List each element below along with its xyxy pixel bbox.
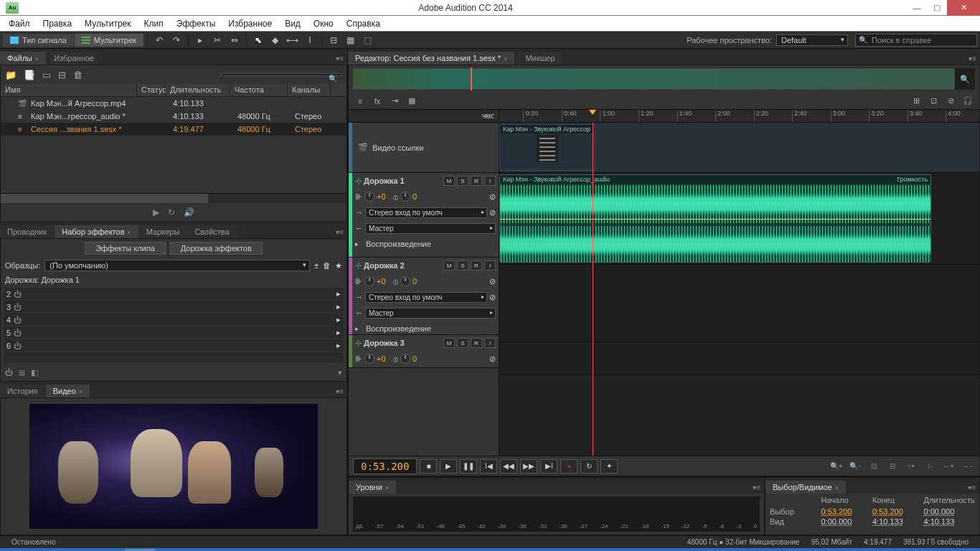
properties-tab[interactable]: Свойства: [187, 225, 236, 238]
mute-button[interactable]: M: [443, 260, 455, 270]
track-3-header[interactable]: ⊹Дорожка 3 MSRI ⊪+0 ⦶0⊘ →Стерео вход по …: [349, 335, 499, 368]
track-1-header[interactable]: ⊹Дорожка 1 M S R I ⊪+0 ⦶0 ⊘ →Стерео вход…: [349, 173, 499, 258]
volume-knob[interactable]: [364, 192, 374, 202]
tool-scrub-icon[interactable]: ⊟: [326, 33, 341, 47]
video-clip[interactable]: Кар Мэн - Звуковой Агрессор: [499, 124, 595, 171]
tool-time-icon[interactable]: I: [302, 33, 318, 47]
panel-menu-icon[interactable]: ▾≡: [332, 385, 347, 397]
zoom-out-t-icon[interactable]: ↔-: [960, 460, 974, 473]
sends-icon[interactable]: ⇥: [387, 95, 402, 108]
sel-dur[interactable]: 0:00.000: [924, 507, 976, 516]
menu-multitrack[interactable]: Мультитрек: [79, 17, 136, 30]
editor-tab[interactable]: Редактор: Сессия без названия 1.sesx *×: [348, 52, 514, 65]
panel-menu-icon[interactable]: ▾≡: [332, 226, 347, 238]
zoom-in-t-icon[interactable]: ↔+: [941, 460, 956, 473]
razor-tool-icon[interactable]: ✂: [209, 33, 225, 47]
view-waveform-tab[interactable]: Тип сигнала: [3, 34, 74, 47]
read-icon[interactable]: ⊘: [489, 354, 496, 364]
ruler-units[interactable]: чмс: [349, 110, 499, 122]
close-media-icon[interactable]: ⊟: [58, 70, 66, 80]
power-icon[interactable]: ⏻: [14, 342, 24, 350]
record-button[interactable]: R: [471, 260, 482, 270]
track-effects-button[interactable]: Дорожка эффектов: [170, 242, 263, 255]
solo-button[interactable]: S: [457, 338, 468, 348]
fx-input-icon[interactable]: ▾: [338, 368, 342, 377]
files-search-input[interactable]: [220, 73, 342, 76]
save-preset-icon[interactable]: ±: [314, 261, 319, 270]
expand-icon[interactable]: ▸: [355, 240, 364, 248]
tool-cut-icon[interactable]: ◆: [268, 33, 283, 47]
input-dropdown[interactable]: Стерео вход по умолч: [365, 292, 487, 303]
input-dropdown[interactable]: Стерео вход по умолч: [365, 207, 487, 218]
slip-tool-icon[interactable]: ⇔: [227, 33, 242, 47]
panel-menu-icon[interactable]: ▾≡: [332, 52, 347, 65]
panel-menu-icon[interactable]: ▾≡: [965, 52, 980, 65]
explorer-tab[interactable]: Проводник: [0, 225, 54, 238]
volume-knob[interactable]: [364, 354, 374, 364]
help-search-input[interactable]: Поиск в справке: [855, 34, 977, 47]
solo-button[interactable]: S: [457, 176, 468, 186]
menu-window[interactable]: Окно: [308, 17, 339, 30]
undo-icon[interactable]: ↶: [151, 33, 167, 47]
presets-dropdown[interactable]: (По умолчанию): [44, 260, 310, 271]
fx-toggle-icon[interactable]: ≡: [353, 95, 367, 108]
audio-clip[interactable]: Кар Мэн - Звуковой Агрессор_audioГромкос…: [499, 174, 931, 263]
loop-preview-icon[interactable]: ↻: [168, 207, 175, 217]
video-track-header[interactable]: 🎬 Видео ссылки: [349, 123, 499, 173]
fx-view-icon[interactable]: fx: [370, 95, 385, 108]
close-icon[interactable]: ×: [504, 55, 507, 62]
menu-view[interactable]: Вид: [279, 17, 306, 30]
go-end-button[interactable]: ▶I: [540, 459, 557, 474]
go-start-button[interactable]: I◀: [480, 459, 497, 474]
zoom-out-v-icon[interactable]: ↕-: [923, 460, 937, 473]
view-multitrack-tab[interactable]: Мультитрек: [75, 34, 143, 47]
fx-wet-icon[interactable]: ◧: [31, 368, 38, 377]
import-icon[interactable]: 📑: [24, 70, 35, 80]
pan-knob[interactable]: [400, 192, 410, 202]
favorites-tab[interactable]: Избранное: [47, 52, 101, 65]
monitor-button[interactable]: I: [484, 176, 496, 186]
menu-edit[interactable]: Правка: [37, 17, 78, 30]
monitor-button[interactable]: I: [484, 260, 496, 270]
zoom-in-icon[interactable]: 🔍+: [829, 460, 844, 473]
view-dur[interactable]: 4:10.133: [924, 517, 976, 526]
close-icon[interactable]: ×: [79, 388, 83, 395]
levels-tab[interactable]: Уровни×: [349, 481, 396, 494]
zoom-icon[interactable]: 🔍: [955, 68, 975, 90]
monitor-button[interactable]: I: [484, 338, 496, 348]
pan-knob[interactable]: [400, 276, 410, 286]
power-icon[interactable]: ⏻: [14, 329, 24, 337]
delete-icon[interactable]: 🗑: [73, 70, 83, 80]
tool-slip-icon[interactable]: ⟷: [285, 33, 301, 47]
effect-slot[interactable]: 2⏻▸: [4, 288, 344, 301]
overview-bar[interactable]: 🔍: [353, 68, 975, 90]
zoom-out-icon[interactable]: 🔍-: [848, 460, 862, 473]
effect-slot[interactable]: 3⏻▸: [4, 301, 344, 314]
effects-rack-tab[interactable]: Набор эффектов×: [55, 225, 138, 238]
history-tab[interactable]: История: [0, 385, 45, 397]
mute-button[interactable]: M: [443, 176, 455, 186]
close-icon[interactable]: ×: [35, 55, 39, 62]
volume-knob[interactable]: [364, 276, 374, 286]
file-row[interactable]: ≡ Сессия ...звания 1.sesx * 4:19.477 480…: [1, 123, 347, 136]
snap2-icon[interactable]: ⊡: [926, 95, 941, 108]
mute-button[interactable]: M: [443, 338, 455, 348]
zoom-full-icon[interactable]: ⊡: [867, 460, 881, 473]
sel-start[interactable]: 0:53.200: [821, 507, 873, 516]
menu-effects[interactable]: Эффекты: [171, 17, 222, 30]
file-row[interactable]: ≡ Кар Мэн...грессор_audio * 4:10.133 480…: [1, 110, 347, 123]
audio-track-2-lane[interactable]: [499, 265, 979, 342]
power-icon[interactable]: ⏻: [14, 290, 24, 298]
timecode-display[interactable]: 0:53.200: [353, 458, 417, 474]
phase-icon[interactable]: ⊘: [489, 293, 496, 302]
markers-tab[interactable]: Маркеры: [139, 225, 187, 238]
record-button[interactable]: R: [471, 338, 482, 348]
video-preview[interactable]: [29, 404, 318, 529]
pan-knob[interactable]: [400, 354, 410, 364]
loop-button[interactable]: ↻: [580, 459, 598, 474]
view-start[interactable]: 0:00.000: [821, 517, 873, 526]
solo-button[interactable]: S: [457, 260, 468, 270]
mixer-tab[interactable]: Микшер: [518, 52, 562, 65]
redo-icon[interactable]: ↷: [169, 33, 184, 47]
output-dropdown[interactable]: Мастер: [365, 223, 496, 234]
